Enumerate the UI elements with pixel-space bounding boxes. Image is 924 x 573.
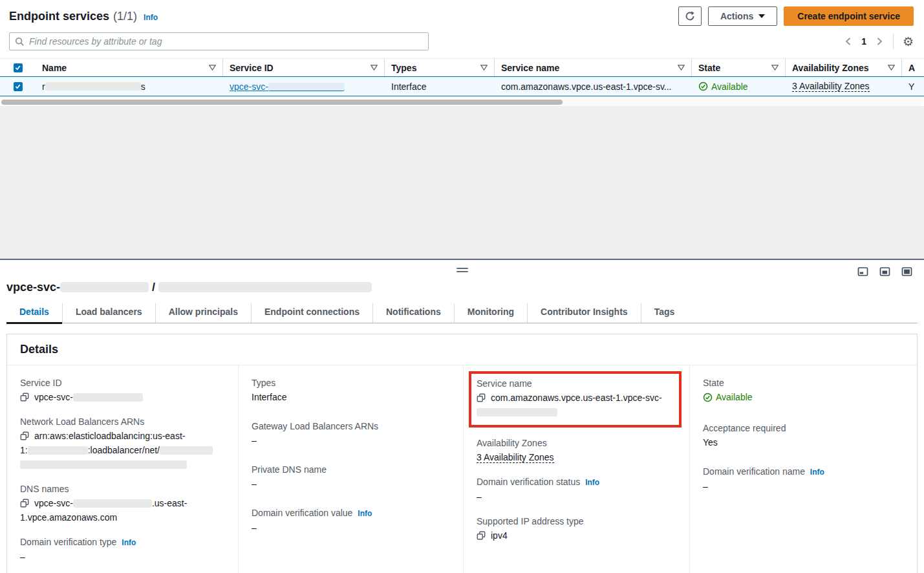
redacted-text	[477, 408, 557, 416]
details-card: Details Service ID vpce-svc- Network Loa…	[6, 334, 918, 573]
copy-icon[interactable]	[20, 431, 29, 440]
tab-details[interactable]: Details	[6, 303, 62, 323]
filter-icon[interactable]	[371, 65, 378, 70]
availability-zones-tooltip-trigger[interactable]: 3 Availability Zones	[477, 452, 554, 463]
redacted-text	[20, 460, 187, 469]
field-nlb-arns: Network Load Balancers ARNs arn:aws:elas…	[20, 415, 225, 471]
preferences-gear-icon[interactable]: ⚙	[903, 36, 914, 48]
field-value: –	[252, 433, 450, 448]
filter-icon[interactable]	[771, 65, 779, 70]
info-link[interactable]: Info	[122, 538, 136, 547]
field-private-dns-name: Private DNS name –	[252, 463, 450, 491]
table-toolbar: 1 ⚙	[0, 30, 924, 58]
column-header-availability-zones[interactable]: Availability Zones	[786, 59, 902, 76]
field-value: –	[252, 521, 450, 535]
search-box	[9, 32, 429, 50]
redacted-text	[160, 446, 213, 455]
previous-page-button[interactable]	[844, 36, 852, 47]
service-name-highlight-box: Service name com.amazonaws.vpce.us-east-…	[469, 371, 682, 427]
current-page-number[interactable]: 1	[859, 36, 869, 47]
panel-title-prefix: vpce-svc-	[6, 281, 60, 294]
field-value: vpce-svc-	[34, 392, 73, 402]
table-header-row: Name Service ID Types Service name State…	[0, 59, 924, 76]
info-link[interactable]: Info	[810, 468, 824, 477]
field-label: Network Load Balancers ARNs	[20, 415, 225, 429]
panel-tabs: Details Load balancers Allow principals …	[6, 303, 918, 323]
tab-allow-principals[interactable]: Allow principals	[155, 303, 251, 323]
column-header-name[interactable]: Name	[36, 59, 223, 76]
column-label: Availability Zones	[792, 63, 869, 73]
info-link[interactable]: Info	[585, 478, 599, 487]
actions-button[interactable]: Actions	[708, 6, 777, 26]
table-section: Endpoint services (1/1) Info Actions Cre…	[0, 0, 924, 106]
info-link[interactable]: Info	[358, 509, 372, 518]
split-panel: vpce-svc- / Details Load balancers Allow…	[0, 259, 924, 573]
filter-icon[interactable]	[888, 65, 895, 70]
field-label: Supported IP address type	[477, 515, 676, 528]
field-value: –	[477, 490, 676, 504]
cell-state: Available	[692, 77, 786, 96]
actions-button-label: Actions	[720, 11, 753, 21]
field-acceptance-required: Acceptance required Yes	[703, 422, 904, 449]
availability-zones-tooltip-trigger[interactable]: 3 Availability Zones	[792, 81, 870, 92]
search-input[interactable]	[29, 36, 423, 47]
panel-position-bottom-icon[interactable]	[857, 266, 868, 277]
field-label: Private DNS name	[252, 463, 450, 477]
tab-endpoint-connections[interactable]: Endpoint connections	[251, 303, 372, 323]
field-label: Domain verification status	[477, 477, 580, 487]
field-label: Domain verification name	[703, 466, 805, 477]
tab-load-balancers[interactable]: Load balancers	[62, 303, 155, 323]
field-domain-verification-status: Domain verification status Info –	[477, 475, 676, 504]
refresh-button[interactable]	[678, 6, 702, 26]
split-panel-controls	[6, 260, 918, 276]
create-endpoint-service-button[interactable]: Create endpoint service	[784, 6, 914, 26]
column-header-acceptance[interactable]: A	[902, 59, 924, 76]
pagination: 1 ⚙	[844, 34, 914, 49]
panel-position-full-icon[interactable]	[901, 266, 912, 277]
select-all-checkbox[interactable]	[14, 63, 23, 72]
title-info-link[interactable]: Info	[144, 13, 158, 22]
column-header-state[interactable]: State	[692, 59, 786, 76]
status-available-icon	[698, 81, 708, 91]
field-label: Domain verification value	[252, 508, 352, 518]
copy-icon[interactable]	[477, 393, 486, 402]
details-column-1: Service ID vpce-svc- Network Load Balanc…	[7, 365, 238, 573]
tab-tags[interactable]: Tags	[641, 303, 688, 323]
field-service-id: Service ID vpce-svc-	[20, 376, 225, 404]
field-value: Yes	[703, 435, 904, 449]
page-title-group: Endpoint services (1/1) Info	[9, 10, 158, 23]
service-id-link[interactable]: vpce-svc-	[230, 81, 345, 92]
name-fragment: s	[141, 81, 145, 92]
filter-icon[interactable]	[678, 65, 685, 70]
row-select-cell	[0, 77, 36, 96]
tab-monitoring[interactable]: Monitoring	[454, 303, 527, 323]
column-header-types[interactable]: Types	[385, 59, 495, 76]
next-page-button[interactable]	[876, 36, 884, 47]
redacted-text	[268, 83, 345, 91]
filter-icon[interactable]	[480, 65, 488, 70]
copy-icon[interactable]	[20, 499, 29, 508]
panel-position-half-icon[interactable]	[879, 266, 890, 277]
field-label: Service ID	[20, 376, 225, 390]
field-value: –	[20, 550, 225, 564]
tab-notifications[interactable]: Notifications	[372, 303, 454, 323]
column-label: Types	[391, 63, 416, 73]
field-label: Gateway Load Balancers ARNs	[252, 420, 450, 433]
redacted-text	[73, 393, 143, 402]
column-header-service-name[interactable]: Service name	[495, 59, 692, 76]
filter-icon[interactable]	[209, 65, 216, 70]
row-checkbox[interactable]	[14, 82, 23, 91]
search-icon	[15, 37, 24, 46]
panel-layout-buttons	[857, 266, 912, 277]
copy-icon[interactable]	[477, 531, 486, 540]
panel-resize-handle[interactable]	[457, 268, 468, 274]
table-row[interactable]: rs vpce-svc- Interface com.amazonaws.vpc…	[0, 76, 924, 96]
column-header-service-id[interactable]: Service ID	[223, 59, 385, 76]
tab-contributor-insights[interactable]: Contributor Insights	[527, 303, 641, 323]
caret-down-icon	[758, 14, 765, 18]
copy-icon[interactable]	[20, 393, 29, 402]
field-domain-verification-value: Domain verification value Info –	[252, 506, 450, 535]
panel-title-separator: /	[152, 281, 155, 294]
field-value: :loadbalancer/net/	[88, 445, 160, 455]
scrollbar-thumb[interactable]	[1, 100, 563, 105]
